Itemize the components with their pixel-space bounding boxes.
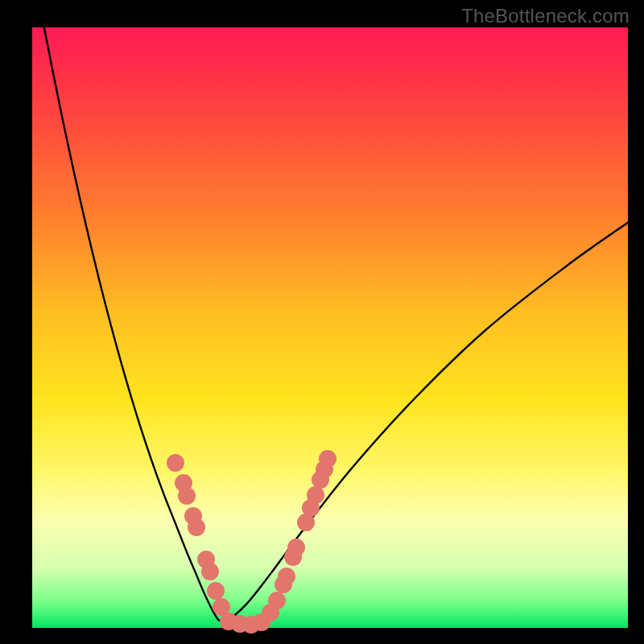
highlight-dot bbox=[278, 568, 295, 585]
highlight-dot bbox=[178, 487, 196, 505]
highlight-dot bbox=[319, 450, 336, 468]
highlight-dot bbox=[307, 486, 324, 504]
highlight-dot bbox=[188, 518, 205, 536]
highlight-dot bbox=[167, 454, 184, 472]
highlight-dot bbox=[287, 539, 305, 556]
watermark-text: TheBottleneck.com bbox=[461, 5, 630, 27]
highlight-dot bbox=[201, 563, 219, 580]
chart-frame: TheBottleneck.com bbox=[0, 0, 644, 644]
bottleneck-chart bbox=[0, 0, 644, 644]
highlight-dot bbox=[268, 592, 286, 609]
highlight-dot bbox=[207, 582, 225, 600]
gradient-background bbox=[32, 27, 628, 628]
